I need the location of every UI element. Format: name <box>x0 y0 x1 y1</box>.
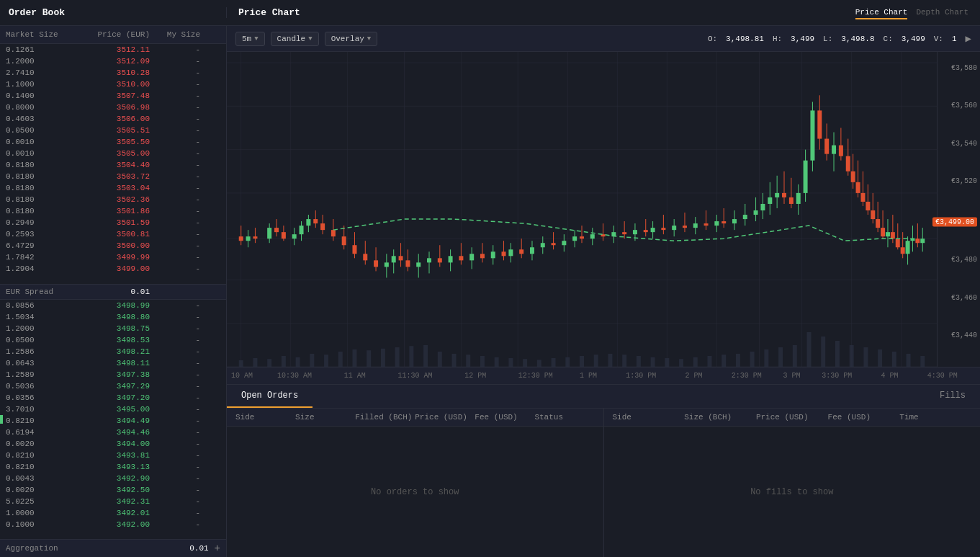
price-level-label: €3,580 <box>951 63 977 71</box>
svg-rect-234 <box>920 239 925 243</box>
svg-rect-58 <box>750 352 755 367</box>
svg-rect-200 <box>832 146 836 154</box>
ask-price: 3503.04 <box>63 184 150 192</box>
svg-rect-158 <box>651 228 655 232</box>
table-row: 1.5034 3498.80 - <box>0 311 226 323</box>
tab-open-orders[interactable]: Open Orders <box>227 385 313 408</box>
bid-price: 3493.81 <box>63 451 150 460</box>
ask-my-size: - <box>150 172 200 181</box>
bid-my-size: - <box>150 520 200 529</box>
l-value: 3,498.8 <box>841 35 874 43</box>
no-orders-text: No orders to show <box>371 487 459 497</box>
bid-price: 3492.90 <box>63 474 150 483</box>
svg-rect-59 <box>764 349 768 367</box>
overlay-dropdown[interactable]: Overlay ▼ <box>325 32 378 46</box>
table-row: 1.7842 3499.99 - <box>0 251 226 263</box>
bid-my-size: - <box>150 405 200 414</box>
ask-my-size: - <box>150 207 200 215</box>
svg-rect-80 <box>274 228 279 232</box>
chart-area[interactable]: €3,580€3,560€3,540€3,520€3,499.00€3,480€… <box>227 52 980 367</box>
svg-rect-54 <box>693 357 698 367</box>
svg-rect-50 <box>637 356 641 367</box>
bid-price: 3498.75 <box>63 324 150 333</box>
svg-rect-30 <box>352 349 356 367</box>
ask-my-size: - <box>150 230 200 239</box>
bid-market-size: 0.8210 <box>6 416 63 425</box>
svg-rect-60 <box>778 347 783 367</box>
svg-rect-144 <box>580 236 584 239</box>
ask-my-size: - <box>150 103 200 112</box>
svg-rect-168 <box>704 223 709 226</box>
svg-rect-152 <box>622 232 626 234</box>
ask-my-size: - <box>150 45 200 54</box>
bid-market-size: 0.8210 <box>6 463 63 471</box>
tab-depth-chart[interactable]: Depth Chart <box>916 6 968 19</box>
table-row: 0.0356 3497.20 - <box>0 392 226 404</box>
ask-market-size: 0.0010 <box>6 138 63 146</box>
price-level-label: €3,560 <box>951 102 977 110</box>
svg-rect-160 <box>661 228 665 230</box>
svg-rect-49 <box>622 355 626 367</box>
tab-fills[interactable]: Fills <box>925 385 980 408</box>
chart-type-dropdown[interactable]: Candle ▼ <box>271 32 319 46</box>
table-row: 0.8180 3503.04 - <box>0 182 226 194</box>
svg-rect-142 <box>572 236 577 241</box>
table-row: 0.8210 3493.81 - <box>0 450 226 461</box>
svg-rect-212 <box>866 202 870 210</box>
tab-price-chart[interactable]: Price Chart <box>855 6 908 19</box>
table-row: 1.1000 3510.00 - <box>0 79 226 90</box>
svg-rect-56 <box>721 355 726 367</box>
svg-rect-78 <box>267 228 271 239</box>
table-row: 0.8000 3506.98 - <box>0 102 226 113</box>
bid-my-size: - <box>150 497 200 506</box>
ask-market-size: 0.8180 <box>6 184 63 192</box>
time-label: 12:30 PM <box>518 372 553 380</box>
svg-rect-65 <box>850 345 854 367</box>
ask-market-size: 0.0010 <box>6 149 63 158</box>
ask-my-size: - <box>150 195 200 204</box>
table-row: 1.2586 3498.21 - <box>0 346 226 357</box>
v-value: 1 <box>952 35 957 43</box>
ask-market-size: 1.2000 <box>6 57 63 66</box>
aggregation-plus-button[interactable]: + <box>215 543 220 554</box>
time-label: 3 PM <box>783 372 800 380</box>
svg-rect-36 <box>438 352 442 367</box>
svg-rect-122 <box>469 254 474 260</box>
bid-my-size: - <box>150 440 200 448</box>
svg-rect-126 <box>491 251 495 258</box>
svg-rect-140 <box>562 241 566 245</box>
bid-market-size: 1.2586 <box>6 347 63 356</box>
bid-my-size: - <box>150 324 200 333</box>
table-row: 0.0643 3498.11 - <box>0 357 226 369</box>
bid-price: 3497.29 <box>63 382 150 391</box>
chart-scroll-right-icon[interactable]: ▶ <box>966 32 971 45</box>
table-row: 0.2949 3501.59 - <box>0 217 226 228</box>
table-row: 0.8210 3494.49 - <box>0 415 226 427</box>
orders-column-header: Fee (USD) <box>475 413 534 422</box>
bid-price: 3498.11 <box>63 359 150 367</box>
bid-my-size: - <box>150 451 200 460</box>
bid-market-size: 0.0043 <box>6 474 63 483</box>
price-level-label: €3,540 <box>951 139 977 147</box>
orders-column-header: Side <box>235 413 295 422</box>
timeframe-dropdown[interactable]: 5m ▼ <box>235 32 265 46</box>
svg-rect-53 <box>679 359 683 367</box>
svg-rect-23 <box>253 358 257 367</box>
ask-market-size: 0.8000 <box>6 103 63 112</box>
table-row: 0.8180 3503.72 - <box>0 171 226 182</box>
svg-rect-208 <box>856 182 860 193</box>
table-row: 0.8180 3502.36 - <box>0 194 226 205</box>
svg-rect-31 <box>367 350 371 367</box>
ask-market-size: 1.1000 <box>6 80 63 89</box>
svg-rect-76 <box>253 236 257 239</box>
no-fills-text: No fills to show <box>750 487 833 497</box>
svg-rect-92 <box>320 223 325 230</box>
bottom-tabs: Open Orders Fills <box>227 385 980 409</box>
spread-value: 0.01 <box>92 288 150 296</box>
ask-market-size: 1.2904 <box>6 264 63 273</box>
orders-table-body: No orders to show <box>227 427 603 557</box>
svg-rect-25 <box>282 356 286 367</box>
ask-my-size: - <box>150 80 200 89</box>
bid-market-size: 3.7010 <box>6 405 63 414</box>
fills-column-header: Fee (USD) <box>828 413 900 422</box>
